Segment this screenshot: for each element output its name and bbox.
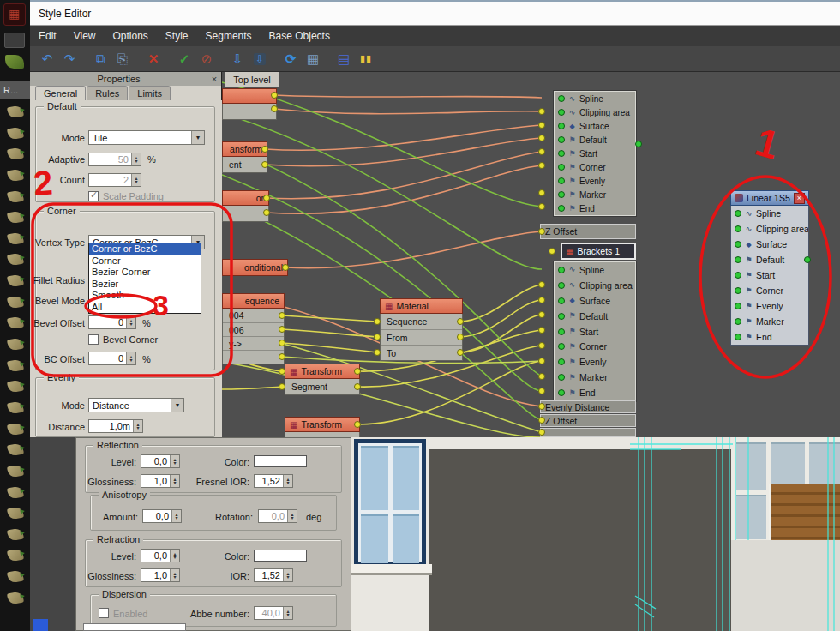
- socket-list-node[interactable]: Spline Clipping area Surface Default Sta…: [554, 261, 636, 401]
- rail-leaf-button[interactable]: [7, 358, 24, 372]
- rail-leaf-button[interactable]: [7, 126, 24, 140]
- rail-leaf-button[interactable]: [7, 316, 24, 330]
- menu-options[interactable]: Options: [104, 26, 156, 46]
- rail-leaf-button[interactable]: [7, 464, 24, 478]
- refraction-gloss-spinner[interactable]: 1,0: [141, 568, 180, 582]
- material-node[interactable]: Material Sequence From To: [380, 298, 463, 361]
- wire-socket[interactable]: [374, 334, 381, 340]
- menu-style[interactable]: Style: [157, 26, 197, 46]
- rail-leaf-button[interactable]: [7, 570, 24, 584]
- wire-socket[interactable]: [538, 228, 545, 235]
- node-header[interactable]: Transform: [285, 364, 360, 379]
- properties-header[interactable]: Properties ×: [30, 72, 221, 86]
- node-row[interactable]: 006: [223, 322, 284, 336]
- socket-row[interactable]: Evenly: [555, 354, 635, 370]
- close-icon[interactable]: ×: [794, 193, 805, 204]
- close-icon[interactable]: ×: [207, 74, 221, 84]
- rail-leaf-button[interactable]: [7, 507, 24, 520]
- wire-socket[interactable]: [354, 368, 361, 375]
- output-socket[interactable]: [804, 256, 811, 263]
- node-row[interactable]: From: [381, 329, 462, 345]
- node-graph-canvas[interactable]: Top level: [222, 72, 840, 437]
- wire-socket[interactable]: [279, 326, 285, 333]
- wire-socket[interactable]: [354, 383, 361, 390]
- socket-row[interactable]: Default: [555, 309, 635, 324]
- wire-socket[interactable]: [374, 349, 381, 356]
- linear-node[interactable]: Linear 1S5 × Spline Clipping area Surfac…: [730, 190, 809, 346]
- wire-socket[interactable]: [549, 248, 555, 255]
- spinner-arrows[interactable]: [170, 550, 179, 562]
- socket-row[interactable]: Default: [731, 252, 808, 267]
- count-spinner[interactable]: 2: [88, 173, 141, 187]
- rail-leaf-button[interactable]: [7, 401, 24, 415]
- abbe-spinner[interactable]: 40,0: [254, 606, 293, 620]
- menu-view[interactable]: View: [65, 26, 105, 46]
- wire-socket[interactable]: [354, 421, 361, 428]
- socket-row[interactable]: Corner: [555, 160, 635, 174]
- wire-socket[interactable]: [271, 92, 278, 99]
- dropdown-option[interactable]: Bezier: [89, 279, 201, 291]
- socket-row[interactable]: Corner: [555, 339, 635, 354]
- socket-row[interactable]: Default: [555, 133, 635, 147]
- socket-row[interactable]: Start: [731, 267, 808, 283]
- wire-socket[interactable]: [538, 311, 545, 318]
- rail-leaf-button[interactable]: [7, 189, 24, 203]
- wire-socket[interactable]: [263, 209, 270, 216]
- z-offset-node[interactable]: Z Offset: [540, 224, 636, 239]
- wire-socket[interactable]: [279, 383, 285, 390]
- wire-socket[interactable]: [538, 403, 545, 410]
- wire-socket[interactable]: [271, 105, 278, 112]
- pause-bars-icon[interactable]: [356, 49, 376, 69]
- copy-icon[interactable]: [90, 49, 111, 69]
- spinner-arrows[interactable]: [170, 569, 179, 581]
- node-header[interactable]: Linear 1S5 ×: [730, 190, 809, 206]
- node-header[interactable]: Material: [380, 298, 463, 314]
- wire-socket[interactable]: [282, 264, 289, 271]
- partial-conditional-node[interactable]: onditional: [222, 259, 288, 276]
- socket-row[interactable]: Marker: [731, 314, 808, 329]
- rotation-spinner[interactable]: 0,0: [258, 509, 297, 523]
- wire-socket[interactable]: [279, 312, 285, 319]
- spinner-arrows[interactable]: [126, 352, 135, 364]
- refraction-color-swatch[interactable]: [254, 550, 307, 562]
- socket-row[interactable]: Spline: [555, 92, 635, 105]
- spinner-arrows[interactable]: [131, 174, 141, 186]
- node-row[interactable]: [223, 350, 284, 364]
- spinner-arrows[interactable]: [170, 455, 179, 467]
- reflection-level-spinner[interactable]: 0,0: [141, 454, 180, 468]
- spinner-arrows[interactable]: [283, 569, 292, 581]
- socket-row[interactable]: Surface: [731, 237, 808, 252]
- node-row[interactable]: [223, 206, 268, 221]
- menu-base-objects[interactable]: Base Objects: [261, 26, 339, 46]
- socket-row[interactable]: Surface: [555, 293, 635, 309]
- socket-row[interactable]: Surface: [555, 119, 635, 133]
- bevel-corner-checkbox[interactable]: [88, 334, 99, 345]
- socket-row[interactable]: Spline: [731, 206, 808, 221]
- socket-row[interactable]: End: [555, 385, 635, 400]
- wire-socket[interactable]: [538, 297, 545, 303]
- wire-socket[interactable]: [538, 429, 545, 436]
- wire-socket[interactable]: [457, 349, 464, 356]
- window-titlebar[interactable]: Style Editor: [30, 0, 840, 26]
- rail-leaf-button[interactable]: [7, 168, 24, 182]
- wire-socket[interactable]: [538, 281, 545, 288]
- wire-socket[interactable]: [538, 327, 545, 334]
- wire-socket[interactable]: [263, 195, 270, 201]
- menu-edit[interactable]: Edit: [30, 26, 65, 46]
- delete-icon[interactable]: [143, 49, 164, 69]
- dropdown-option[interactable]: Smooth: [89, 290, 201, 302]
- socket-row[interactable]: End: [555, 201, 635, 215]
- notes-icon[interactable]: [333, 49, 354, 69]
- transform-node[interactable]: Transform: [285, 417, 360, 437]
- wire-socket[interactable]: [538, 148, 545, 155]
- socket-row[interactable]: Start: [555, 147, 635, 160]
- socket-row[interactable]: Marker: [555, 370, 635, 385]
- socket-row[interactable]: Marker: [555, 188, 635, 201]
- reflection-gloss-spinner[interactable]: 1,0: [141, 474, 180, 488]
- record-icon[interactable]: [196, 49, 217, 69]
- node-row[interactable]: To: [381, 345, 462, 360]
- wire-socket[interactable]: [538, 358, 545, 364]
- rail-leaf-button[interactable]: [7, 485, 24, 499]
- rail-leaf-button[interactable]: [7, 105, 24, 119]
- scale-padding-checkbox[interactable]: [88, 191, 99, 201]
